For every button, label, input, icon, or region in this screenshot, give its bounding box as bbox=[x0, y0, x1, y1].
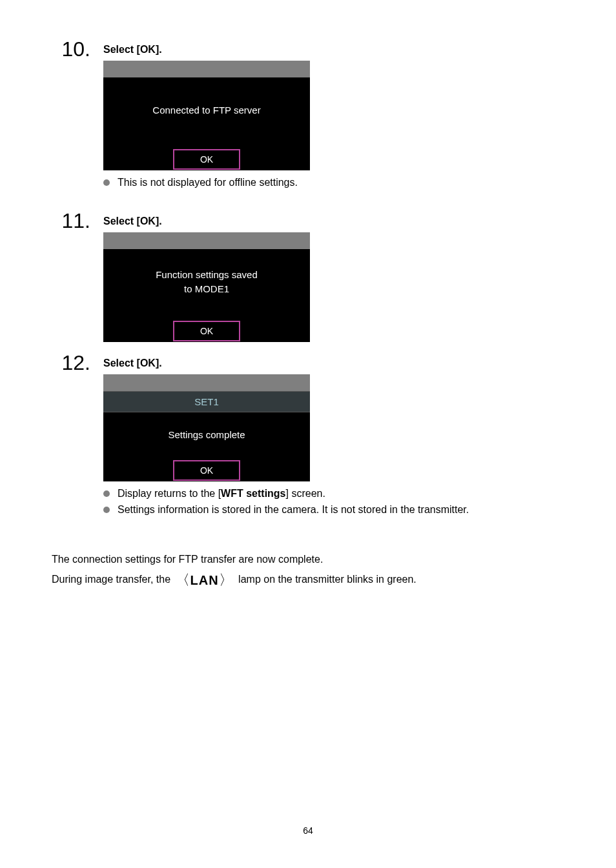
angle-right-icon: 〉 bbox=[219, 568, 234, 592]
step-content: Select [OK]. SET1 Settings complete OK D… bbox=[103, 352, 564, 532]
angle-left-icon: 〈 bbox=[176, 568, 190, 592]
screen-text-line: to MODE1 bbox=[184, 282, 229, 297]
closing-line: During image transfer, the 〈LAN〉 lamp on… bbox=[52, 568, 564, 592]
closing-line: The connection settings for FTP transfer… bbox=[52, 550, 564, 568]
screen-button-row: OK bbox=[103, 459, 310, 481]
lan-indicator: 〈LAN〉 bbox=[174, 568, 236, 592]
camera-screenshot: Connected to FTP server OK bbox=[103, 61, 310, 170]
step-title: Select [OK]. bbox=[103, 44, 564, 56]
page-number: 64 bbox=[0, 825, 616, 836]
screen-button-row: OK bbox=[103, 148, 310, 170]
step-11: 11. Select [OK]. Function settings saved… bbox=[52, 210, 564, 347]
screen-set-header: SET1 bbox=[103, 391, 310, 412]
list-item: Display returns to the [WFT settings] sc… bbox=[103, 487, 564, 501]
bullet-icon bbox=[103, 490, 110, 497]
bullet-text: This is not displayed for offline settin… bbox=[118, 176, 564, 190]
camera-screenshot: Function settings saved to MODE1 OK bbox=[103, 232, 310, 342]
screen-set-body: Settings complete bbox=[103, 412, 310, 459]
screen-set-panel: SET1 Settings complete bbox=[103, 391, 310, 459]
ok-button[interactable]: OK bbox=[173, 149, 241, 170]
bold-label: WFT settings bbox=[221, 488, 285, 499]
screen-title-bar bbox=[103, 61, 310, 77]
list-item: This is not displayed for offline settin… bbox=[103, 176, 564, 190]
bullet-icon bbox=[103, 507, 110, 513]
screen-message: Function settings saved to MODE1 bbox=[103, 249, 310, 320]
step-content: Select [OK]. Function settings saved to … bbox=[103, 210, 564, 347]
bullet-icon bbox=[103, 179, 110, 186]
step-number: 10. bbox=[52, 39, 103, 59]
step-10: 10. Select [OK]. Connected to FTP server… bbox=[52, 39, 564, 205]
bullet-text: Display returns to the [WFT settings] sc… bbox=[118, 487, 564, 501]
screen-title-bar bbox=[103, 374, 310, 391]
ok-button[interactable]: OK bbox=[173, 460, 241, 481]
ok-button[interactable]: OK bbox=[173, 321, 241, 341]
screen-message: Connected to FTP server bbox=[103, 77, 310, 148]
list-item: Settings information is stored in the ca… bbox=[103, 503, 564, 517]
camera-screenshot: SET1 Settings complete OK bbox=[103, 374, 310, 481]
step-number: 11. bbox=[52, 210, 103, 231]
step-content: Select [OK]. Connected to FTP server OK … bbox=[103, 39, 564, 205]
step-title: Select [OK]. bbox=[103, 216, 564, 227]
bullet-list: This is not displayed for offline settin… bbox=[103, 176, 564, 190]
closing-paragraph: The connection settings for FTP transfer… bbox=[52, 550, 564, 592]
bullet-list: Display returns to the [WFT settings] sc… bbox=[103, 487, 564, 517]
screen-button-row: OK bbox=[103, 320, 310, 342]
screen-title-bar bbox=[103, 232, 310, 249]
screen-text-line: Connected to FTP server bbox=[152, 103, 260, 118]
step-number: 12. bbox=[52, 352, 103, 373]
step-12: 12. Select [OK]. SET1 Settings complete … bbox=[52, 352, 564, 532]
bullet-text: Settings information is stored in the ca… bbox=[118, 503, 564, 517]
screen-text-line: Function settings saved bbox=[156, 268, 258, 283]
step-title: Select [OK]. bbox=[103, 358, 564, 369]
